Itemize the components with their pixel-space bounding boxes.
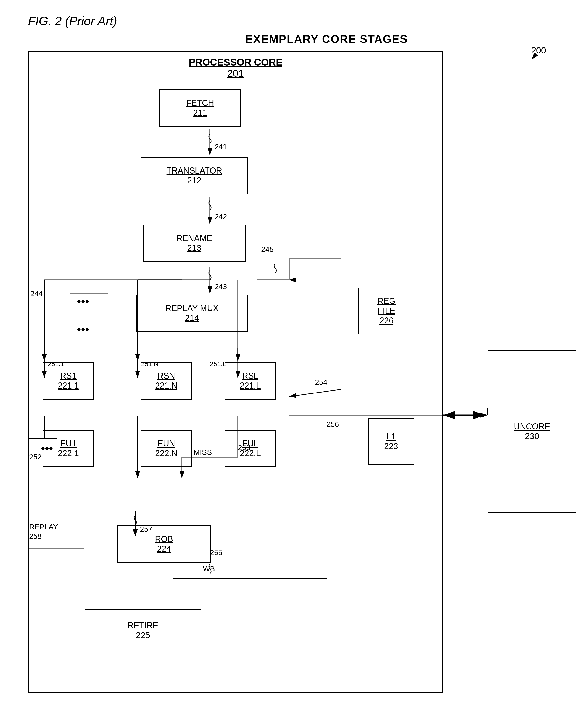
fig-label: FIG. 2 (Prior Art) [28,14,117,28]
rs1-block: RS1 221.1 [43,362,94,400]
retire-block: RETIRE 225 [85,609,201,651]
translator-block: TRANSLATOR 212 [141,157,248,194]
replay-mux-block: REPLAY MUX 214 [136,295,248,332]
rename-block: RENAME 213 [143,225,246,262]
fetch-block: FETCH 211 [159,89,241,127]
rob-block: ROB 224 [117,525,211,563]
ref-200: 200 [531,45,546,56]
rsl-block: RSL 221.L [225,362,276,400]
l1-block: L1 223 [368,418,415,465]
rsn-block: RSN 221.N [141,362,192,400]
uncore-block: UNCORE 230 [488,350,576,513]
processor-core-label: PROCESSOR CORE 201 [29,57,442,79]
reg-file-block: REG FILE 226 [358,288,415,334]
eu1-block: EU1 222.1 [43,430,94,467]
main-processor-box: PROCESSOR CORE 201 FETCH 211 TRANSLATOR … [28,51,443,693]
diagram-title: EXEMPLARY CORE STAGES [245,33,408,45]
eul-block: EUL 222.L [225,430,276,467]
eun-block: EUN 222.N [141,430,192,467]
